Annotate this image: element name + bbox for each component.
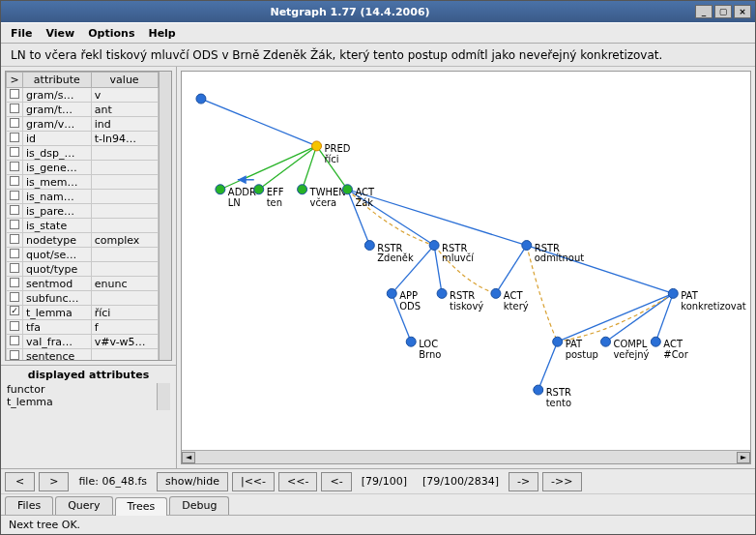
table-row[interactable]: quot/type [7,262,159,277]
showhide-button[interactable]: show/hide [157,472,228,491]
first-button[interactable]: |<<- [232,472,275,491]
table-row[interactable]: is_state [7,219,159,233]
tree-node[interactable]: APP ODS [387,288,421,312]
canvas-hscrollbar[interactable]: ◄ ► [182,450,750,463]
checkbox-icon[interactable] [10,118,19,128]
checkbox-icon[interactable] [10,234,19,244]
checkbox-icon[interactable] [10,191,19,200]
checkbox-icon[interactable] [10,205,19,215]
table-row[interactable]: is_pare… [7,204,159,219]
col-value[interactable]: value [91,73,158,88]
checkbox-icon[interactable] [10,162,19,171]
table-row[interactable]: nodetypecomplex [7,233,159,248]
prev-button[interactable]: <- [321,472,351,491]
checkbox-icon[interactable] [10,176,19,186]
tree-node[interactable]: RSTR tento [534,385,571,408]
displayed-attributes-header: displayed attributes [7,369,170,381]
next-file-button[interactable]: > [39,472,69,491]
checkbox-icon[interactable] [10,263,19,273]
displayed-item[interactable]: t_lemma [7,396,157,408]
svg-point-25 [387,288,396,298]
svg-text:#Cor: #Cor [663,349,688,360]
checkbox-icon[interactable] [10,306,19,315]
tree-node[interactable]: PAT postup [553,337,598,360]
tree-node[interactable]: ACT který [491,288,529,312]
tab-debug[interactable]: Debug [169,496,229,515]
table-row[interactable]: is_dsp_… [7,146,159,161]
maximize-button[interactable]: ▢ [714,5,732,18]
table-row[interactable]: is_mem… [7,175,159,190]
svg-text:Brno: Brno [419,349,441,360]
minimize-button[interactable]: _ [695,5,712,18]
next-button[interactable]: -> [509,472,538,491]
tabbar: FilesQueryTreesDebug [1,493,755,515]
table-row[interactable]: gram/t…ant [7,103,159,117]
tree-node[interactable]: TWHEN včera [298,185,346,208]
svg-text:který: který [504,301,529,312]
menu-help[interactable]: Help [148,27,175,40]
svg-point-34 [668,288,678,298]
tree-node[interactable]: PRED říci [312,141,351,164]
nav-toolbar: < > file: 06_48.fs show/hide |<<- <<- <-… [1,468,755,493]
checkbox-icon[interactable] [10,104,19,113]
table-row[interactable]: quot/se… [7,248,159,262]
tree-node[interactable] [196,94,206,104]
menu-options[interactable]: Options [88,27,134,40]
attributes-scrollbar[interactable] [159,72,171,360]
table-row[interactable]: is_nam… [7,190,159,204]
checkbox-icon[interactable] [10,249,19,258]
tree-node[interactable]: PAT konkretizovat [668,288,745,312]
table-row[interactable]: tfaf [7,320,159,335]
table-row[interactable]: sentmodenunc [7,277,159,291]
last-button[interactable]: ->> [542,472,581,491]
tree-node[interactable]: RSTR Zdeněk [364,241,414,264]
svg-text:říci: říci [324,154,338,164]
tree-svg[interactable]: PRED říci ADDR LN EFF ten TWHEN včera AC… [182,72,750,450]
tree-edge [655,293,673,342]
tree-node[interactable]: ACT Žák [342,185,375,208]
tree-node[interactable]: EFF ten [254,185,284,208]
checkbox-icon[interactable] [10,278,19,287]
svg-text:tento: tento [546,398,571,408]
checkbox-icon[interactable] [10,336,19,345]
checkbox-icon[interactable] [10,133,19,142]
close-button[interactable]: × [734,5,751,18]
displayed-scrollbar[interactable] [157,383,170,410]
pageup-button[interactable]: <<- [278,472,317,491]
table-row[interactable]: t_lemmaříci [7,306,159,320]
prev-file-button[interactable]: < [5,472,35,491]
checkbox-icon[interactable] [10,350,19,360]
table-row[interactable]: gram/s…v [7,88,159,103]
tree-node[interactable]: COMPL veřejný [601,337,650,360]
tree-canvas[interactable]: PRED říci ADDR LN EFF ten TWHEN včera AC… [181,71,751,464]
checkbox-icon[interactable] [10,147,19,157]
menu-view[interactable]: View [46,27,75,40]
svg-text:Zdeněk: Zdeněk [377,253,414,263]
checkbox-icon[interactable] [10,292,19,302]
table-row[interactable]: is_gene… [7,161,159,175]
tree-node[interactable]: RSTR tiskový [437,288,483,312]
tab-query[interactable]: Query [55,496,112,515]
tree-node[interactable]: RSTR odmítnout [522,241,584,264]
tab-trees[interactable]: Trees [115,497,168,516]
table-row[interactable]: idt-ln94… [7,132,159,146]
table-row[interactable]: gram/v…ind [7,117,159,132]
checkbox-icon[interactable] [10,321,19,331]
tree-node[interactable]: ADDR LN [216,185,256,208]
col-check[interactable]: > [7,73,23,88]
displayed-item[interactable]: functor [7,383,157,396]
table-row[interactable]: val_fra…v#v-w5… [7,335,159,349]
table-row[interactable]: sentence [7,349,159,362]
tree-node[interactable]: LOC Brno [406,337,441,360]
tab-files[interactable]: Files [5,496,53,515]
svg-point-49 [534,385,543,395]
scroll-left-icon[interactable]: ◄ [182,452,195,463]
checkbox-icon[interactable] [10,220,19,229]
tree-node[interactable]: ACT #Cor [651,337,688,360]
svg-text:RSTR: RSTR [377,243,402,253]
table-row[interactable]: subfunc… [7,291,159,306]
scroll-right-icon[interactable]: ► [737,452,750,463]
checkbox-icon[interactable] [10,89,19,99]
menu-file[interactable]: File [11,27,33,40]
col-attribute[interactable]: attribute [23,73,92,88]
